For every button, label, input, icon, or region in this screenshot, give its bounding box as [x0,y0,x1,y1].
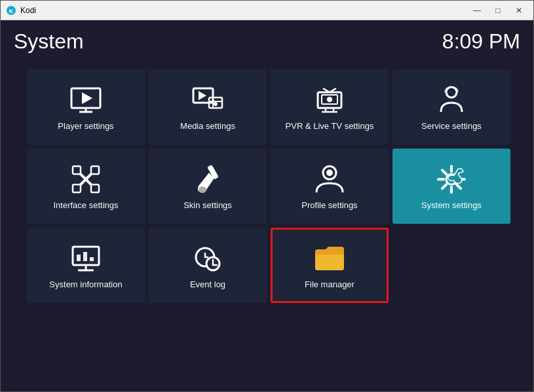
player-icon [69,83,103,117]
main-content: System 8:09 PM Player settings M [1,20,533,392]
svg-point-28 [199,187,206,193]
settings-grid: Player settings Media settings [1,69,533,303]
minimize-button[interactable]: — [468,4,486,17]
event-log-icon [191,241,225,276]
tile-pvr-settings[interactable]: PVR & Live TV settings [271,69,389,145]
service-icon [434,83,468,117]
tile-event-log[interactable]: Event log [149,228,267,303]
tile-media-settings[interactable]: Media settings [149,69,267,145]
svg-line-36 [442,170,446,174]
svg-rect-25 [73,185,81,192]
svg-rect-23 [73,166,81,174]
profile-icon [313,162,347,196]
svg-rect-24 [91,166,99,174]
profile-settings-label: Profile settings [301,200,357,210]
player-settings-label: Player settings [58,121,113,131]
tile-profile-settings[interactable]: Profile settings [271,149,389,224]
svg-rect-43 [77,255,81,261]
tile-system-settings[interactable]: System settings [392,149,510,224]
svg-line-37 [457,185,461,188]
tile-skin-settings[interactable]: Skin settings [149,149,267,224]
svg-point-19 [327,97,332,102]
svg-text:K: K [9,8,14,14]
interface-icon [69,162,103,196]
interface-settings-label: Interface settings [54,200,119,210]
pvr-settings-label: PVR & Live TV settings [286,121,374,131]
tile-player-settings[interactable]: Player settings [27,69,145,145]
svg-point-11 [214,102,218,106]
media-settings-label: Media settings [180,121,235,131]
clock-display: 8:09 PM [442,29,520,54]
file-manager-icon [313,241,347,276]
system-settings-label: System settings [421,200,482,210]
file-manager-label: File manager [305,279,354,289]
system-info-icon [69,241,103,276]
service-settings-label: Service settings [421,121,482,131]
svg-line-39 [442,185,446,188]
title-bar: K Kodi — □ ✕ [1,1,533,20]
skin-icon [191,162,225,196]
system-settings-icon [434,162,468,196]
svg-point-20 [446,87,457,98]
svg-marker-3 [82,92,92,104]
kodi-logo-icon: K [6,5,16,16]
svg-rect-26 [91,185,99,192]
close-button[interactable]: ✕ [510,4,528,17]
tile-interface-settings[interactable]: Interface settings [27,149,145,224]
svg-rect-45 [90,257,94,261]
window-controls: — □ ✕ [468,4,528,17]
window-title: Kodi [20,6,468,15]
media-icon [191,83,225,117]
maximize-button[interactable]: □ [489,4,507,17]
page-title: System [14,29,84,54]
tile-file-manager[interactable]: File manager [271,228,389,303]
page-header: System 8:09 PM [1,20,533,63]
system-information-label: System information [49,279,122,289]
svg-marker-7 [199,91,206,100]
svg-rect-44 [83,252,87,261]
svg-point-30 [326,169,333,176]
pvr-icon [313,83,347,117]
skin-settings-label: Skin settings [183,200,232,210]
tile-system-information[interactable]: System information [27,228,145,303]
tile-service-settings[interactable]: Service settings [392,69,510,145]
event-log-label: Event log [190,279,225,289]
